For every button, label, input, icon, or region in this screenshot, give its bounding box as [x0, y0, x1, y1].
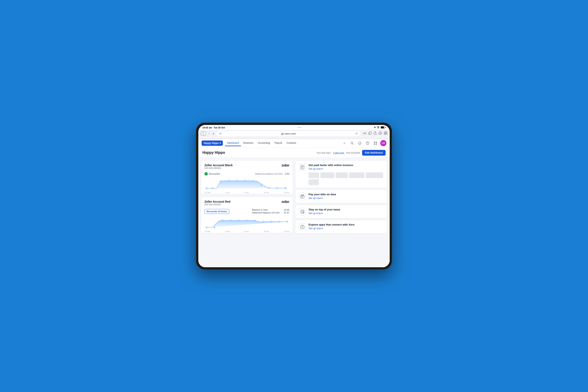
svg-point-41	[287, 221, 288, 222]
svg-point-26	[252, 180, 254, 182]
svg-point-32	[214, 227, 215, 228]
nav-payroll[interactable]: Payroll	[273, 140, 284, 146]
chevron-icon-invoices: ▾	[321, 168, 323, 170]
setup-link-apps[interactable]: Set up now ▾	[309, 227, 384, 230]
battery-icon	[381, 126, 386, 129]
search-button[interactable]	[349, 140, 355, 146]
setup-link-invoices[interactable]: Set up now ▾	[309, 168, 384, 170]
svg-point-48	[302, 227, 303, 228]
setup-link-taxes[interactable]: Set up now ▾	[309, 212, 384, 215]
chart-label-2-4: 23 Oct	[284, 230, 289, 232]
svg-rect-16	[374, 142, 375, 143]
chevron-icon-taxes: ▾	[321, 212, 323, 215]
help-button[interactable]	[365, 140, 370, 146]
svg-point-34	[230, 220, 231, 221]
statement-value-1: 0.00	[285, 172, 289, 175]
balance-xero-value: 19.99	[284, 208, 289, 211]
chart-labels-1: 25 Sep 2 Oct 9 Oct 16 Oct 23 Oct	[204, 192, 289, 194]
status-right: ✈	[374, 126, 386, 129]
account-card-black: Zeller Account Black 000-000-000000 zele…	[201, 161, 293, 194]
page-header: Happy Hippo Your last login: 5 days ago …	[198, 148, 390, 158]
account-card-red: Zeller Account Red 000-000-000000 zeler …	[201, 197, 293, 233]
statement-label-1: Statement balance (15 Oct)	[255, 172, 283, 175]
account-card-header-1: Zeller Account Black 000-000-000000 zele…	[204, 164, 289, 171]
svg-point-25	[244, 180, 246, 182]
statement-label-2: Statement balance (19 Oct)	[252, 212, 280, 214]
time: 10:02 am	[202, 126, 212, 129]
tabs-view-button[interactable]	[384, 132, 387, 136]
forward-button[interactable]: ›	[212, 131, 215, 136]
balance-row-statement: Statement balance (19 Oct) 37.97	[252, 212, 289, 214]
right-column: Get paid faster with online invoices Set…	[295, 161, 387, 233]
setup-link-text-taxes: Set up now	[309, 212, 321, 215]
browser-actions	[363, 132, 387, 136]
skeleton-4	[349, 172, 365, 178]
account-name-1: Zeller Account Black	[204, 164, 233, 167]
nav-contacts[interactable]: Contacts	[284, 140, 298, 146]
reader-view-button[interactable]	[363, 132, 366, 135]
nav-right: ＋ CR	[341, 140, 386, 146]
reconciled-label: Reconciled	[209, 172, 220, 175]
setup-link-bills[interactable]: Set up now ▾	[309, 197, 384, 200]
chart-label-1-0: 25 Sep	[204, 192, 210, 194]
skeleton-1	[309, 172, 319, 178]
svg-rect-18	[374, 144, 375, 144]
svg-rect-7	[369, 132, 372, 134]
setup-title-apps: Explore apps that connect with Xero	[309, 223, 384, 226]
status-bar: 10:02 am Tue 25 Oct ✈	[198, 125, 390, 130]
svg-rect-46	[303, 212, 304, 213]
setup-content-invoices: Get paid faster with online invoices Set…	[309, 164, 384, 185]
notifications-button[interactable]	[357, 140, 363, 146]
last-login-suffix: from Australia	[346, 152, 360, 154]
nav-business[interactable]: Business	[241, 140, 256, 146]
tab-button[interactable]	[368, 132, 372, 136]
chevron-icon-apps: ▾	[321, 227, 323, 230]
back-button[interactable]: ‹	[208, 131, 210, 136]
svg-point-31	[206, 227, 207, 228]
taxes-icon	[299, 208, 306, 215]
chevron-icon-bills: ▾	[321, 197, 323, 200]
skeleton-5	[366, 172, 383, 178]
zeller-logo-2: zeler	[282, 200, 289, 204]
share-button[interactable]	[374, 132, 377, 136]
setup-title-bills: Pay your bills on time	[309, 193, 384, 196]
reconcile-button[interactable]: Reconcile 10 items	[204, 209, 229, 214]
wifi-icon	[377, 126, 380, 129]
xero-nav: Happy Hippo ▾ Dashboard Business Account…	[198, 139, 390, 148]
apps-grid-button[interactable]	[373, 140, 378, 146]
chart-label-2-2: 9 Oct	[244, 230, 249, 232]
dot3	[301, 127, 301, 128]
balance-row-xero: Balance in Xero 19.99	[252, 208, 289, 211]
address-bar[interactable]: aA go.xero.com	[216, 131, 360, 136]
setup-card-apps: Explore apps that connect with Xero Set …	[295, 220, 387, 233]
setup-title-taxes: Stay on top of your taxes	[309, 208, 384, 211]
bills-icon	[299, 193, 306, 200]
svg-point-33	[222, 220, 223, 221]
setup-link-text-apps: Set up now	[309, 227, 321, 230]
org-switcher-button[interactable]: Happy Hippo ▾	[202, 140, 223, 146]
svg-rect-10	[386, 132, 387, 133]
zeller-logo-1: zeler	[282, 164, 289, 167]
svg-point-37	[254, 220, 256, 221]
svg-point-29	[277, 188, 278, 189]
airplane-icon: ✈	[374, 126, 376, 129]
user-avatar[interactable]: CR	[380, 140, 386, 146]
nav-accounting[interactable]: Accounting	[256, 140, 272, 146]
sidebar-toggle-button[interactable]	[201, 132, 206, 136]
account-card-header-2: Zeller Account Red 000-000-000000 zeler	[204, 200, 289, 208]
edit-dashboard-button[interactable]: Edit dashboard	[362, 150, 386, 156]
invoice-preview	[309, 172, 384, 185]
account-status-row-1: ✓ Reconciled Statement balance (15 Oct) …	[204, 172, 289, 176]
new-tab-button[interactable]	[379, 132, 382, 136]
last-login-prefix: Your last login:	[316, 152, 331, 154]
add-button[interactable]: ＋	[341, 140, 347, 146]
setup-content-taxes: Stay on top of your taxes Set up now ▾	[309, 208, 384, 215]
svg-point-35	[238, 220, 239, 221]
last-login-link[interactable]: 5 days ago	[333, 152, 344, 154]
svg-point-24	[236, 180, 237, 182]
url-text: go.xero.com	[223, 132, 354, 135]
chart-label-2-3: 16 Oct	[264, 230, 269, 232]
nav-dashboard[interactable]: Dashboard	[225, 140, 241, 146]
chart-1: 25 Sep 2 Oct 9 Oct 16 Oct 23 Oct	[204, 177, 289, 192]
svg-point-27	[260, 185, 262, 186]
